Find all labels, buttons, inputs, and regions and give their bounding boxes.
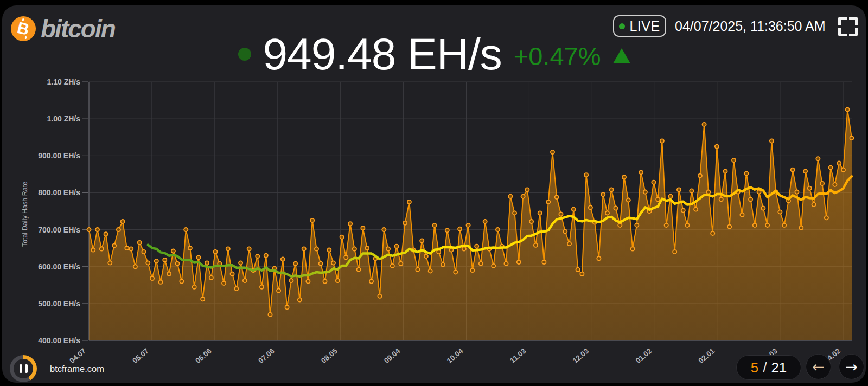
- svg-text:400.00 EH/s: 400.00 EH/s: [38, 336, 80, 345]
- svg-text:01.02: 01.02: [634, 347, 654, 365]
- svg-text:11.03: 11.03: [508, 346, 527, 364]
- svg-text:07.06: 07.06: [257, 347, 276, 365]
- page-indicator[interactable]: 5 / 21: [736, 355, 801, 380]
- left-arrow-icon: ←: [812, 358, 825, 375]
- svg-text:05.07: 05.07: [131, 347, 150, 365]
- svg-text:1.10 ZH/s: 1.10 ZH/s: [47, 78, 81, 86]
- svg-text:06.06: 06.06: [194, 347, 213, 365]
- pause-icon: [14, 359, 33, 378]
- prev-button[interactable]: ←: [806, 354, 831, 379]
- page-total: 21: [771, 359, 787, 376]
- page-current: 5: [751, 359, 758, 376]
- svg-text:800.00 EH/s: 800.00 EH/s: [38, 188, 80, 197]
- svg-text:500.00 EH/s: 500.00 EH/s: [38, 299, 80, 308]
- next-button[interactable]: →: [839, 354, 864, 379]
- svg-text:08.05: 08.05: [320, 347, 339, 365]
- svg-text:02.01: 02.01: [697, 347, 717, 365]
- svg-text:1.00 ZH/s: 1.00 ZH/s: [47, 114, 81, 123]
- svg-text:12.03: 12.03: [571, 347, 591, 365]
- svg-text:09.04: 09.04: [382, 347, 402, 365]
- svg-text:900.00 EH/s: 900.00 EH/s: [38, 151, 80, 160]
- y-axis-title: Total Daily Hash Rate: [21, 160, 29, 268]
- dashboard-panel: B bitcoin LIVE 04/07/2025, 11:36:50 AM 9…: [2, 5, 866, 383]
- svg-text:600.00 EH/s: 600.00 EH/s: [38, 262, 80, 271]
- pause-button[interactable]: [10, 355, 37, 382]
- svg-text:10.04: 10.04: [445, 347, 465, 365]
- right-arrow-icon: →: [845, 358, 858, 375]
- hashrate-chart: 1.10 ZH/s1.00 ZH/s900.00 EH/s800.00 EH/s…: [2, 5, 866, 383]
- svg-text:700.00 EH/s: 700.00 EH/s: [38, 226, 80, 234]
- site-label: btcframe.com: [50, 355, 104, 382]
- page-separator: /: [763, 359, 767, 376]
